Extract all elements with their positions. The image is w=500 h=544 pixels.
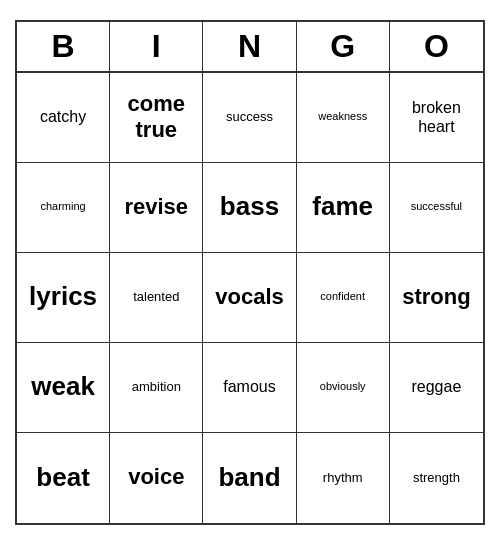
bingo-cell-2-1[interactable]: talented [110, 253, 203, 343]
bingo-cell-4-0[interactable]: beat [17, 433, 110, 523]
bingo-cell-1-2[interactable]: bass [203, 163, 296, 253]
bingo-grid: catchycome truesuccessweaknessbroken hea… [17, 73, 483, 523]
bingo-cell-2-3[interactable]: confident [297, 253, 390, 343]
bingo-cell-3-3[interactable]: obviously [297, 343, 390, 433]
bingo-cell-2-0[interactable]: lyrics [17, 253, 110, 343]
bingo-cell-2-4[interactable]: strong [390, 253, 483, 343]
header-letter: G [297, 22, 390, 71]
header-letter: N [203, 22, 296, 71]
bingo-cell-4-2[interactable]: band [203, 433, 296, 523]
bingo-header: BINGO [17, 22, 483, 73]
bingo-cell-1-0[interactable]: charming [17, 163, 110, 253]
bingo-cell-2-2[interactable]: vocals [203, 253, 296, 343]
bingo-cell-1-1[interactable]: revise [110, 163, 203, 253]
bingo-cell-0-3[interactable]: weakness [297, 73, 390, 163]
bingo-cell-0-4[interactable]: broken heart [390, 73, 483, 163]
bingo-cell-1-4[interactable]: successful [390, 163, 483, 253]
bingo-cell-0-0[interactable]: catchy [17, 73, 110, 163]
bingo-cell-3-1[interactable]: ambition [110, 343, 203, 433]
bingo-card: BINGO catchycome truesuccessweaknessbrok… [15, 20, 485, 525]
bingo-cell-0-1[interactable]: come true [110, 73, 203, 163]
bingo-cell-3-2[interactable]: famous [203, 343, 296, 433]
header-letter: B [17, 22, 110, 71]
bingo-cell-3-0[interactable]: weak [17, 343, 110, 433]
bingo-cell-4-3[interactable]: rhythm [297, 433, 390, 523]
header-letter: I [110, 22, 203, 71]
bingo-cell-1-3[interactable]: fame [297, 163, 390, 253]
bingo-cell-4-4[interactable]: strength [390, 433, 483, 523]
bingo-cell-4-1[interactable]: voice [110, 433, 203, 523]
bingo-cell-3-4[interactable]: reggae [390, 343, 483, 433]
bingo-cell-0-2[interactable]: success [203, 73, 296, 163]
header-letter: O [390, 22, 483, 71]
